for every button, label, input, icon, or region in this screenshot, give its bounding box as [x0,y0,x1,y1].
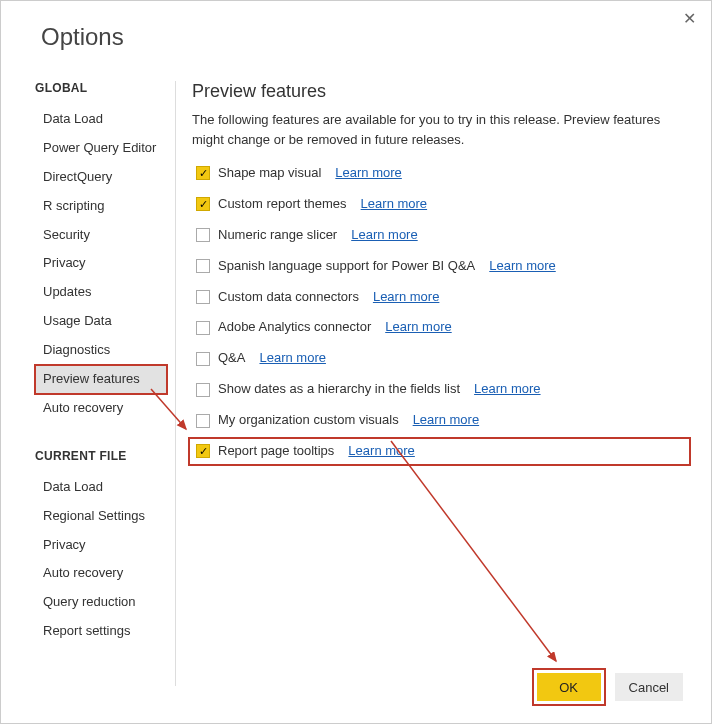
sidebar-item-directquery[interactable]: DirectQuery [35,163,167,192]
feature-label: Custom report themes [218,196,347,213]
sidebar-item-cf-regional-settings[interactable]: Regional Settings [35,502,167,531]
close-icon[interactable]: ✕ [679,9,699,29]
learn-more-link[interactable]: Learn more [259,350,325,367]
sidebar: GLOBAL Data Load Power Query Editor Dire… [1,81,176,686]
checkbox-org-visuals[interactable] [196,414,210,428]
learn-more-link[interactable]: Learn more [373,289,439,306]
sidebar-item-cf-query-reduction[interactable]: Query reduction [35,588,167,617]
sidebar-item-updates[interactable]: Updates [35,278,167,307]
feature-custom-connectors: Custom data connectors Learn more [192,287,687,308]
cancel-button[interactable]: Cancel [615,673,683,701]
feature-label: Adobe Analytics connector [218,319,371,336]
learn-more-link[interactable]: Learn more [489,258,555,275]
sidebar-item-preview-features[interactable]: Preview features [35,365,167,394]
sidebar-item-data-load[interactable]: Data Load [35,105,167,134]
feature-report-page-tooltips: ✓ Report page tooltips Learn more [192,441,687,462]
learn-more-link[interactable]: Learn more [385,319,451,336]
feature-label: Custom data connectors [218,289,359,306]
sidebar-item-cf-report-settings[interactable]: Report settings [35,617,167,646]
sidebar-item-privacy[interactable]: Privacy [35,249,167,278]
learn-more-link[interactable]: Learn more [361,196,427,213]
feature-list: ✓ Shape map visual Learn more ✓ Custom r… [192,163,687,462]
checkbox-date-hierarchy[interactable] [196,383,210,397]
sidebar-item-power-query-editor[interactable]: Power Query Editor [35,134,167,163]
checkbox-shape-map[interactable]: ✓ [196,166,210,180]
feature-shape-map: ✓ Shape map visual Learn more [192,163,687,184]
feature-org-visuals: My organization custom visuals Learn mor… [192,410,687,431]
section-header-global: GLOBAL [35,81,167,95]
sidebar-item-cf-data-load[interactable]: Data Load [35,473,167,502]
sidebar-item-security[interactable]: Security [35,221,167,250]
sidebar-item-cf-auto-recovery[interactable]: Auto recovery [35,559,167,588]
sidebar-item-cf-privacy[interactable]: Privacy [35,531,167,560]
learn-more-link[interactable]: Learn more [335,165,401,182]
checkbox-custom-themes[interactable]: ✓ [196,197,210,211]
feature-qna: Q&A Learn more [192,348,687,369]
feature-label: Show dates as a hierarchy in the fields … [218,381,460,398]
section-header-current-file: CURRENT FILE [35,449,167,463]
sidebar-item-usage-data[interactable]: Usage Data [35,307,167,336]
checkbox-report-page-tooltips[interactable]: ✓ [196,444,210,458]
checkbox-custom-connectors[interactable] [196,290,210,304]
feature-label: Numeric range slicer [218,227,337,244]
dialog-footer: OK Cancel [537,673,683,701]
checkbox-spanish-qna[interactable] [196,259,210,273]
checkbox-qna[interactable] [196,352,210,366]
feature-label: Shape map visual [218,165,321,182]
ok-button[interactable]: OK [537,673,601,701]
main-panel: Preview features The following features … [176,81,711,686]
feature-custom-themes: ✓ Custom report themes Learn more [192,194,687,215]
learn-more-link[interactable]: Learn more [348,443,414,460]
learn-more-link[interactable]: Learn more [474,381,540,398]
feature-date-hierarchy: Show dates as a hierarchy in the fields … [192,379,687,400]
dialog-title: Options [1,1,711,51]
feature-spanish-qna: Spanish language support for Power BI Q&… [192,256,687,277]
sidebar-item-r-scripting[interactable]: R scripting [35,192,167,221]
sidebar-item-diagnostics[interactable]: Diagnostics [35,336,167,365]
feature-label: Q&A [218,350,245,367]
main-description: The following features are available for… [192,110,687,149]
feature-numeric-slicer: Numeric range slicer Learn more [192,225,687,246]
feature-label: Spanish language support for Power BI Q&… [218,258,475,275]
feature-label: Report page tooltips [218,443,334,460]
sidebar-item-auto-recovery[interactable]: Auto recovery [35,394,167,423]
learn-more-link[interactable]: Learn more [413,412,479,429]
learn-more-link[interactable]: Learn more [351,227,417,244]
feature-label: My organization custom visuals [218,412,399,429]
main-title: Preview features [192,81,687,102]
feature-adobe-analytics: Adobe Analytics connector Learn more [192,317,687,338]
checkbox-adobe-analytics[interactable] [196,321,210,335]
checkbox-numeric-slicer[interactable] [196,228,210,242]
